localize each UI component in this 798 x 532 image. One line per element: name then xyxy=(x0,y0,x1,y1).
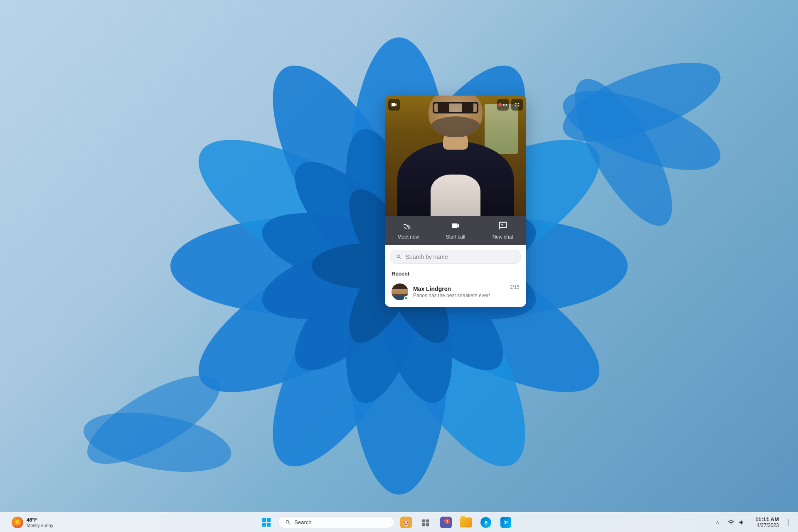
taskbar-search-bar[interactable]: Search xyxy=(278,516,394,528)
teams-notification-badge: 1 xyxy=(444,518,450,524)
taskbar-center: Search 🐹 T 1 e xyxy=(58,514,714,531)
contact-avatar-wrap xyxy=(392,283,408,300)
svg-point-34 xyxy=(79,403,236,482)
contact-last-message: Panos has the best sneakers ever! xyxy=(413,293,505,298)
taskbar: ☀️ 46°F Mostly sunny xyxy=(0,512,798,532)
contact-item[interactable]: Max Lindgren Panos has the best sneakers… xyxy=(390,280,521,303)
wifi-icon xyxy=(728,519,734,526)
show-desktop-button[interactable] xyxy=(785,517,791,527)
teams-panel: ••• Meet now xyxy=(385,96,526,307)
taskbar-app-teams[interactable]: T 1 xyxy=(438,514,454,531)
taskbar-app-task-view[interactable] xyxy=(418,514,434,531)
weather-widget[interactable]: ☀️ 46°F Mostly sunny xyxy=(7,515,58,530)
recent-label: Recent xyxy=(390,271,521,277)
weather-icon: ☀️ xyxy=(12,517,23,528)
camera-icon xyxy=(388,99,400,111)
clock-time: 11:11 AM xyxy=(755,516,779,522)
weather-temperature: 46°F xyxy=(27,517,53,523)
taskbar-app-edge[interactable]: e xyxy=(478,514,494,531)
taskbar-app-hamster[interactable]: 🐹 xyxy=(398,514,414,531)
new-chat-label: New chat xyxy=(493,234,513,240)
video-preview: ••• xyxy=(385,96,526,216)
edge-app-icon: e xyxy=(480,517,491,528)
avatar-hair xyxy=(392,283,408,289)
expand-button[interactable] xyxy=(511,99,523,111)
volume-icon xyxy=(739,519,745,526)
taskbar-app-file-explorer[interactable] xyxy=(458,514,474,531)
meet-now-label: Meet now xyxy=(397,234,419,240)
more-dots: ••• xyxy=(502,102,507,107)
meet-now-button[interactable]: Meet now xyxy=(385,216,432,245)
background-plant xyxy=(485,104,518,154)
start-call-button[interactable]: Start call xyxy=(432,216,480,245)
file-explorer-icon xyxy=(460,517,472,527)
start-button[interactable] xyxy=(258,514,275,531)
taskbar-left: ☀️ 46°F Mostly sunny xyxy=(7,515,58,530)
hamster-app-icon: 🐹 xyxy=(400,517,412,528)
start-call-label: Start call xyxy=(446,234,466,240)
store-app-icon: 🛍 xyxy=(500,517,511,528)
svg-rect-38 xyxy=(267,522,271,526)
taskbar-app-store[interactable]: 🛍 xyxy=(498,514,514,531)
svg-point-33 xyxy=(75,359,232,481)
name-search-container[interactable] xyxy=(390,250,521,264)
windows-logo-icon xyxy=(262,518,271,527)
taskbar-search-icon xyxy=(285,520,291,525)
task-view-icon xyxy=(421,518,431,527)
taskbar-right: ∧ 11:11 AM 4/27/2023 xyxy=(714,515,791,529)
teams-app-icon: T 1 xyxy=(440,517,452,528)
contact-name: Max Lindgren xyxy=(413,286,505,292)
notification-chevron[interactable]: ∧ xyxy=(714,518,721,527)
clock-date: 4/27/2023 xyxy=(755,522,779,528)
person-beard xyxy=(431,116,480,137)
meet-now-icon xyxy=(404,221,413,232)
taskbar-search-text: Search xyxy=(294,519,311,525)
svg-point-31 xyxy=(554,75,730,186)
system-clock[interactable]: 11:11 AM 4/27/2023 xyxy=(752,515,782,529)
person-shirt xyxy=(431,175,480,216)
start-call-icon xyxy=(451,221,460,232)
show-desktop-indicator xyxy=(788,519,789,526)
weather-description: Mostly sunny xyxy=(27,523,53,528)
search-by-name-input[interactable] xyxy=(406,254,515,260)
svg-rect-37 xyxy=(262,522,266,526)
folder-tab xyxy=(461,516,465,518)
system-icons[interactable] xyxy=(724,517,749,527)
recording-indicator xyxy=(498,103,502,106)
search-section xyxy=(385,245,526,267)
online-status-indicator xyxy=(404,296,408,300)
new-chat-icon xyxy=(498,221,507,232)
video-top-right-controls: ••• xyxy=(497,99,523,111)
more-options-button[interactable]: ••• xyxy=(497,99,509,111)
recent-section: Recent xyxy=(385,267,526,307)
contact-time: 2/15 xyxy=(510,284,520,290)
svg-point-30 xyxy=(554,47,730,158)
new-chat-button[interactable]: New chat xyxy=(479,216,526,245)
name-search-icon xyxy=(396,254,402,260)
desktop: ••• Meet now xyxy=(0,0,798,532)
action-bar: Meet now Start call New chat xyxy=(385,216,526,245)
contact-info: Max Lindgren Panos has the best sneakers… xyxy=(413,286,505,298)
weather-text: 46°F Mostly sunny xyxy=(27,517,53,528)
svg-point-32 xyxy=(557,66,690,239)
svg-rect-35 xyxy=(262,518,266,522)
video-feed xyxy=(385,96,526,216)
video-top-bar: ••• xyxy=(388,99,523,111)
svg-rect-36 xyxy=(267,518,271,522)
